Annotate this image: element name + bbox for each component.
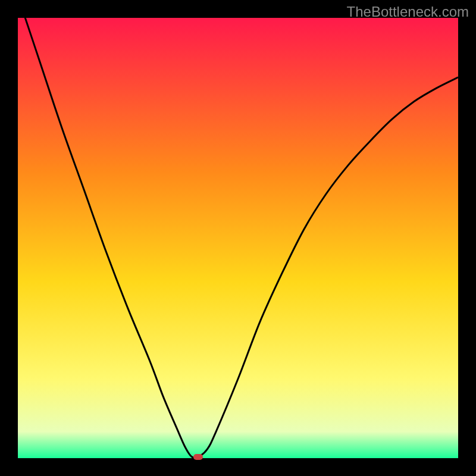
plot-area	[18, 18, 458, 458]
optimal-marker	[193, 454, 203, 460]
watermark-text: TheBottleneck.com	[347, 4, 469, 20]
chart-container: TheBottleneck.com	[0, 0, 476, 476]
bottleneck-curve	[18, 18, 458, 458]
